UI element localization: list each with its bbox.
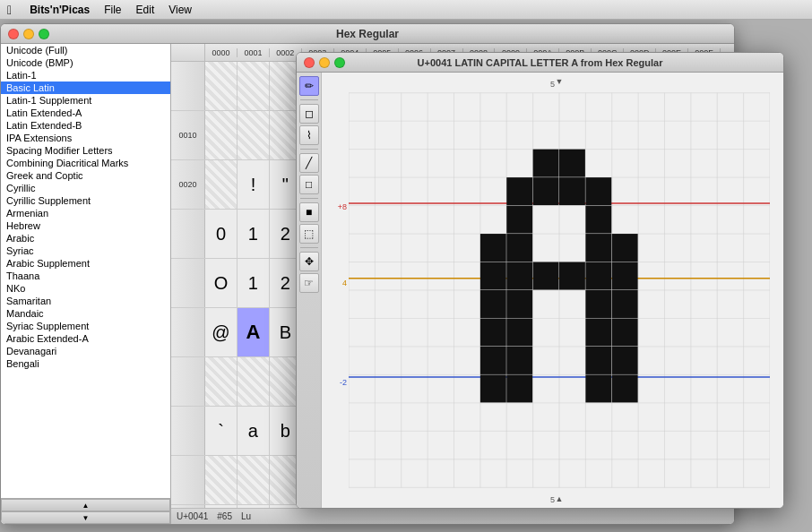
unicode-item-12[interactable]: Cyrillic Supplement <box>1 194 170 207</box>
scroll-up-arrow[interactable]: ▲ <box>1 499 170 511</box>
header-spacer <box>171 44 205 61</box>
unicode-list[interactable]: Unicode (Full)Unicode (BMP)Latin-1Basic … <box>1 44 170 498</box>
unicode-item-14[interactable]: Hebrew <box>1 219 170 232</box>
hand-tool[interactable]: ☞ <box>299 273 319 293</box>
grid-cell-7-1[interactable]: a <box>238 407 270 455</box>
glyph-close-button[interactable] <box>304 57 315 68</box>
row-label-9 <box>171 505 205 508</box>
svg-rect-65 <box>480 374 506 402</box>
tool-separator <box>300 247 318 248</box>
menu-file[interactable]: File <box>104 4 121 16</box>
grid-cell-3-1[interactable]: 1 <box>238 210 270 258</box>
unicode-item-5[interactable]: Latin Extended-A <box>1 107 170 119</box>
move-tool[interactable]: ✥ <box>299 252 319 271</box>
svg-rect-38 <box>533 177 559 205</box>
unicode-item-11[interactable]: Cyrillic <box>1 182 170 194</box>
grid-cell-3-0[interactable]: 0 <box>205 210 238 258</box>
unicode-item-2[interactable]: Latin-1 <box>1 69 170 82</box>
svg-rect-47 <box>480 262 506 290</box>
grid-cell-0-0[interactable] <box>205 62 238 110</box>
menu-view[interactable]: View <box>168 4 192 16</box>
unicode-item-6[interactable]: Latin Extended-B <box>1 119 170 132</box>
tool-separator <box>300 149 318 150</box>
grid-cell-1-1[interactable] <box>238 111 270 159</box>
rect-tool[interactable]: □ <box>299 175 319 194</box>
svg-rect-54 <box>506 290 532 318</box>
unicode-item-21[interactable]: Mandaic <box>1 307 170 320</box>
ruler-top: ▼ <box>349 73 770 90</box>
unicode-item-10[interactable]: Greek and Coptic <box>1 169 170 182</box>
maximize-button[interactable] <box>39 29 49 39</box>
traffic-lights <box>8 29 49 39</box>
tools-panel: ✏◻⌇╱□■⬚✥☞ <box>297 73 322 508</box>
menu-edit[interactable]: Edit <box>136 4 155 16</box>
grid-cell-0-1[interactable] <box>238 62 270 110</box>
status-name: Lu <box>241 511 251 521</box>
line-tool[interactable]: ╱ <box>299 153 319 173</box>
grid-cell-4-0[interactable]: O <box>205 259 238 307</box>
status-unicode: U+0041 <box>177 511 208 521</box>
svg-rect-44 <box>506 234 532 262</box>
unicode-item-0[interactable]: Unicode (Full) <box>1 44 170 56</box>
svg-rect-68 <box>612 374 638 402</box>
minimize-button[interactable] <box>23 29 34 39</box>
grid-cell-6-1[interactable] <box>238 357 270 406</box>
unicode-item-23[interactable]: Arabic Extended-A <box>1 332 170 345</box>
eyedropper-tool[interactable]: ⌇ <box>299 125 319 145</box>
svg-rect-62 <box>506 347 532 374</box>
grid-cell-8-0[interactable] <box>205 456 238 504</box>
grid-cell-1-0[interactable] <box>205 111 238 159</box>
unicode-item-19[interactable]: NKo <box>1 282 170 295</box>
canvas-area[interactable]: ▼ 5 ▲ 5 +84-2 <box>322 73 783 508</box>
glyph-editor-body: ✏◻⌇╱□■⬚✥☞ ▼ 5 ▲ 5 +84-2 <box>297 73 783 508</box>
app-name[interactable]: Bits'n'Picas <box>30 4 90 16</box>
row-label-5 <box>171 308 205 356</box>
apple-menu[interactable]:  <box>7 3 12 17</box>
glyph-traffic-lights <box>304 57 345 68</box>
unicode-item-17[interactable]: Arabic Supplement <box>1 257 170 270</box>
grid-cell-8-1[interactable] <box>238 456 270 504</box>
select-tool[interactable]: ⬚ <box>299 224 319 244</box>
unicode-item-16[interactable]: Syriac <box>1 245 170 257</box>
unicode-item-22[interactable]: Syriac Supplement <box>1 320 170 332</box>
rect-fill-tool[interactable]: ■ <box>299 202 319 222</box>
grid-cell-4-1[interactable]: 1 <box>238 259 270 307</box>
grid-cell-9-1[interactable]: q <box>238 505 270 508</box>
grid-cell-9-0[interactable]: p <box>205 505 238 508</box>
unicode-item-24[interactable]: Devanagari <box>1 345 170 357</box>
scroll-down-arrow[interactable]: ▼ <box>1 511 170 524</box>
glyph-title-bar: U+0041 LATIN CAPITAL LETTER A from Hex R… <box>297 53 783 73</box>
unicode-item-9[interactable]: Combining Diacritical Marks <box>1 157 170 169</box>
svg-rect-63 <box>585 347 611 374</box>
pencil-tool[interactable]: ✏ <box>299 76 319 96</box>
svg-rect-55 <box>585 290 611 318</box>
unicode-item-8[interactable]: Spacing Modifier Letters <box>1 144 170 157</box>
status-dec: #65 <box>217 511 232 521</box>
svg-rect-50 <box>559 262 585 290</box>
grid-cell-2-0[interactable] <box>205 160 238 209</box>
grid-cell-7-0[interactable]: ` <box>205 407 238 455</box>
pixel-canvas-svg[interactable] <box>349 90 770 490</box>
bottom-label: 5 <box>550 495 555 504</box>
unicode-item-18[interactable]: Thaana <box>1 270 170 282</box>
top-ruler-label: ▼ <box>556 77 564 86</box>
glyph-min-button[interactable] <box>319 57 330 68</box>
unicode-item-13[interactable]: Armenian <box>1 207 170 219</box>
grid-cell-5-1[interactable]: A <box>238 308 270 356</box>
unicode-item-25[interactable]: Bengali <box>1 357 170 370</box>
glyph-max-button[interactable] <box>334 57 345 68</box>
unicode-item-1[interactable]: Unicode (BMP) <box>1 56 170 69</box>
menubar:  Bits'n'Picas File Edit View <box>0 0 812 20</box>
unicode-item-7[interactable]: IPA Extensions <box>1 132 170 144</box>
grid-cell-6-0[interactable] <box>205 357 238 406</box>
svg-rect-49 <box>533 262 559 290</box>
unicode-item-4[interactable]: Latin-1 Supplement <box>1 94 170 107</box>
unicode-item-15[interactable]: Arabic <box>1 232 170 245</box>
unicode-item-3[interactable]: Basic Latin <box>1 82 170 94</box>
eraser-tool[interactable]: ◻ <box>299 104 319 124</box>
svg-rect-64 <box>612 347 638 374</box>
unicode-item-20[interactable]: Samaritan <box>1 295 170 307</box>
close-button[interactable] <box>8 29 19 39</box>
grid-cell-2-1[interactable]: ! <box>238 160 270 209</box>
grid-cell-5-0[interactable]: @ <box>205 308 238 356</box>
